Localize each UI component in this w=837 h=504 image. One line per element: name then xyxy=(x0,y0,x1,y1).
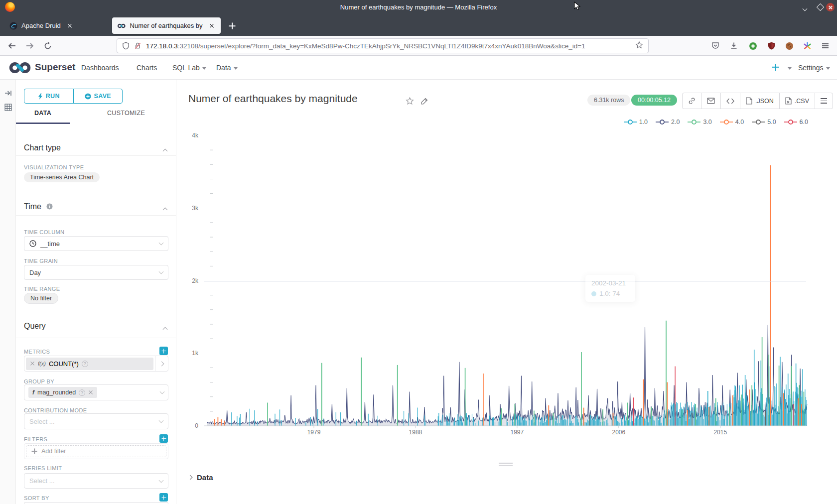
url-bar[interactable]: 172.18.0.3:32108/superset/explore/?form_… xyxy=(117,38,649,53)
tab-data[interactable]: DATA xyxy=(34,110,51,117)
brand-name[interactable]: Superset xyxy=(35,62,75,73)
remove-metric-icon[interactable] xyxy=(30,361,35,366)
window-minimize-button[interactable] xyxy=(803,3,807,12)
chevron-down-icon xyxy=(159,269,164,274)
nav-settings[interactable]: Settings xyxy=(798,64,830,72)
time-column-select[interactable]: __time xyxy=(24,236,168,251)
nav-sql-lab[interactable]: SQL Lab xyxy=(172,64,206,72)
fx-icon: f(x) xyxy=(38,361,46,367)
function-icon: f xyxy=(32,389,34,396)
bookmark-star-icon[interactable] xyxy=(635,41,643,51)
remove-chip-icon[interactable] xyxy=(88,390,93,395)
metric-chip[interactable]: f(x) COUNT(*) ? xyxy=(26,358,153,370)
export-json-button[interactable]: .JSON xyxy=(740,93,779,109)
forward-icon[interactable] xyxy=(24,40,36,52)
data-panel-label: Data xyxy=(197,473,213,482)
metrics-label: METRICS xyxy=(24,349,50,355)
collapse-section-icon[interactable] xyxy=(163,146,167,155)
tab-earthquakes-chart[interactable]: Numer of earthquakes by m xyxy=(112,17,221,34)
series-limit-label: SERIES LIMIT xyxy=(24,465,62,471)
download-icon[interactable] xyxy=(728,40,740,52)
superset-navbar: Superset Dashboards Charts SQL Lab Data … xyxy=(0,56,837,80)
tab-close-icon[interactable] xyxy=(208,22,216,30)
run-button[interactable]: RUN xyxy=(24,89,73,103)
pocket-icon[interactable] xyxy=(709,40,721,52)
tab-close-icon[interactable] xyxy=(66,22,74,30)
add-new-button[interactable] xyxy=(772,63,780,71)
superset-logo xyxy=(8,61,32,74)
menu-hamburger-icon[interactable] xyxy=(819,40,831,52)
time-range-label: TIME RANGE xyxy=(24,286,60,292)
legend-item-5.0[interactable]: 5.0 xyxy=(752,119,776,126)
metric-control[interactable]: f(x) COUNT(*) ? xyxy=(24,356,168,372)
extension-green-icon[interactable] xyxy=(747,40,759,52)
sort-by-select[interactable] xyxy=(24,502,168,504)
legend-item-1.0[interactable]: 1.0 xyxy=(624,119,648,126)
reload-icon[interactable] xyxy=(42,40,54,52)
active-tab-indicator xyxy=(16,123,70,124)
data-panel-toggle[interactable]: Data xyxy=(188,473,213,482)
datasource-grid-icon[interactable] xyxy=(4,104,12,111)
viz-type-pill[interactable]: Time-series Area Chart xyxy=(24,172,100,182)
legend-item-6.0[interactable]: 6.0 xyxy=(784,119,808,126)
cookie-extension-icon[interactable] xyxy=(783,40,795,52)
collapse-section-icon[interactable] xyxy=(163,205,167,214)
tab-customize[interactable]: CUSTOMIZE xyxy=(107,110,145,117)
new-tab-button[interactable] xyxy=(227,21,237,31)
legend-item-4.0[interactable]: 4.0 xyxy=(720,119,744,126)
shield-icon[interactable] xyxy=(122,42,130,50)
contribution-mode-select[interactable]: Select ... xyxy=(24,413,168,429)
collapse-section-icon[interactable] xyxy=(163,324,167,333)
resize-handle[interactable] xyxy=(499,461,513,467)
expand-metric-icon[interactable] xyxy=(155,356,168,371)
add-metric-button[interactable] xyxy=(159,347,168,355)
url-host: 172.18.0.3 xyxy=(146,42,178,50)
chart-actions-group: .JSON .CSV xyxy=(682,93,833,109)
series-limit-select[interactable]: Select ... xyxy=(24,473,168,489)
legend-marker-icon xyxy=(688,120,700,125)
back-icon[interactable] xyxy=(6,40,18,52)
chevron-down-icon xyxy=(826,67,830,70)
section-query: Query xyxy=(24,322,46,331)
expand-panel-icon[interactable] xyxy=(4,90,12,97)
legend-item-3.0[interactable]: 3.0 xyxy=(688,119,711,126)
time-grain-label: TIME GRAIN xyxy=(24,258,58,264)
save-button[interactable]: SAVE xyxy=(73,89,123,103)
container-pinwheel-icon[interactable] xyxy=(801,40,813,52)
nav-data[interactable]: Data xyxy=(216,64,238,72)
window-close-button[interactable] xyxy=(826,3,835,11)
embed-code-button[interactable] xyxy=(720,93,740,109)
export-csv-button[interactable]: .CSV xyxy=(779,93,815,109)
collapse-rail xyxy=(0,80,16,504)
groupby-select[interactable]: f mag_rounded ? xyxy=(24,384,168,400)
plus-icon xyxy=(31,448,37,454)
time-column-label: TIME COLUMN xyxy=(24,229,64,235)
nav-dashboards[interactable]: Dashboards xyxy=(81,64,119,72)
browser-tab-bar: Apache Druid Numer of earthquakes by m xyxy=(0,14,837,36)
groupby-chip[interactable]: f mag_rounded ? xyxy=(28,387,97,398)
nav-charts[interactable]: Charts xyxy=(137,64,157,72)
row-count-badge: 6.31k rows xyxy=(587,95,630,106)
window-titlebar: Numer of earthquakes by magnitude — Mozi… xyxy=(0,0,837,14)
email-button[interactable] xyxy=(701,93,720,109)
add-filter-plus-button[interactable] xyxy=(159,434,168,443)
legend-marker-icon xyxy=(624,120,637,125)
plus-circle-icon xyxy=(85,93,91,100)
time-grain-select[interactable]: Day xyxy=(24,265,168,280)
series-dot-icon xyxy=(591,291,596,296)
time-range-pill[interactable]: No filter xyxy=(24,293,58,304)
chart-menu-button[interactable] xyxy=(815,93,833,109)
chart-control-panel: RUN SAVE DATA CUSTOMIZE Chart type VISUA… xyxy=(16,80,176,504)
add-sort-button[interactable] xyxy=(159,493,168,502)
sort-by-label: SORT BY xyxy=(24,495,49,501)
add-filter-button[interactable]: Add filter xyxy=(26,445,166,457)
tab-apache-druid[interactable]: Apache Druid xyxy=(4,17,109,34)
section-time: Time xyxy=(24,202,53,211)
lock-insecure-icon[interactable] xyxy=(134,42,141,50)
ublock-shield-icon[interactable] xyxy=(765,40,777,52)
legend-item-2.0[interactable]: 2.0 xyxy=(656,119,680,126)
favorite-star-icon[interactable] xyxy=(406,97,414,105)
chart-main-area: Numer of earthquakes by magnitude 6.31k … xyxy=(176,80,837,504)
edit-title-icon[interactable] xyxy=(420,97,428,105)
copy-link-button[interactable] xyxy=(683,93,701,109)
